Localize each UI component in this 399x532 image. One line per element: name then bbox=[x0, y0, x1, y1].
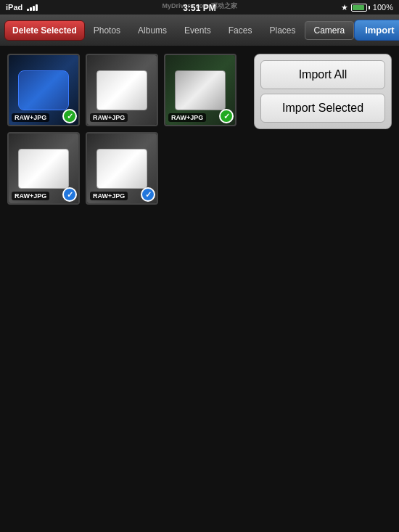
wifi-signal bbox=[27, 4, 38, 11]
check-badge-5: ✓ bbox=[141, 187, 155, 202]
check-badge-1: ✓ bbox=[62, 109, 77, 123]
raw-badge-2: RAW+JPG bbox=[90, 113, 128, 122]
check-badge-4: ✓ bbox=[62, 187, 77, 202]
nav-bar: Delete Selected Photos Albums Events Fac… bbox=[0, 15, 399, 46]
device-label: iPad bbox=[6, 3, 22, 12]
check-badge-3: ✓ bbox=[219, 109, 234, 123]
raw-badge-4: RAW+JPG bbox=[12, 192, 49, 200]
time-display: 3:51 PM bbox=[183, 3, 215, 13]
tab-camera[interactable]: Camera bbox=[305, 21, 355, 40]
photo-item-4[interactable]: RAW+JPG ✓ bbox=[7, 132, 80, 205]
main-content: RAW+JPG ✓ RAW+JPG RAW+JPG ✓ RAW bbox=[0, 46, 399, 532]
import-all-button[interactable]: Import All bbox=[260, 60, 385, 89]
photo-item-5[interactable]: RAW+JPG ✓ bbox=[86, 132, 158, 205]
bluetooth-icon: ★ bbox=[341, 3, 348, 12]
raw-badge-3: RAW+JPG bbox=[168, 113, 206, 122]
import-button[interactable]: Import bbox=[354, 20, 399, 41]
photo-grid: RAW+JPG ✓ RAW+JPG RAW+JPG ✓ RAW bbox=[7, 54, 247, 205]
tab-faces[interactable]: Faces bbox=[220, 22, 261, 39]
tab-photos[interactable]: Photos bbox=[85, 22, 129, 39]
delete-selected-button[interactable]: Delete Selected bbox=[4, 20, 85, 41]
nav-tabs: Photos Albums Events Faces Places Camera bbox=[85, 21, 354, 40]
photo-item-1[interactable]: RAW+JPG ✓ bbox=[7, 54, 80, 126]
battery-percent: 100% bbox=[373, 3, 393, 12]
import-panel: Import All Import Selected bbox=[254, 54, 392, 129]
status-bar: iPad MyDrivers.com 驱动之家 3:51 PM ★ 100% bbox=[0, 0, 399, 15]
tab-albums[interactable]: Albums bbox=[129, 22, 176, 39]
raw-badge-1: RAW+JPG bbox=[12, 113, 49, 122]
tab-places[interactable]: Places bbox=[260, 22, 304, 39]
tab-events[interactable]: Events bbox=[176, 22, 220, 39]
photo-item-3[interactable]: RAW+JPG ✓ bbox=[164, 54, 236, 126]
battery-indicator bbox=[351, 4, 370, 12]
photo-item-2[interactable]: RAW+JPG bbox=[86, 54, 158, 126]
raw-badge-5: RAW+JPG bbox=[90, 192, 128, 200]
import-selected-button[interactable]: Import Selected bbox=[260, 94, 385, 123]
